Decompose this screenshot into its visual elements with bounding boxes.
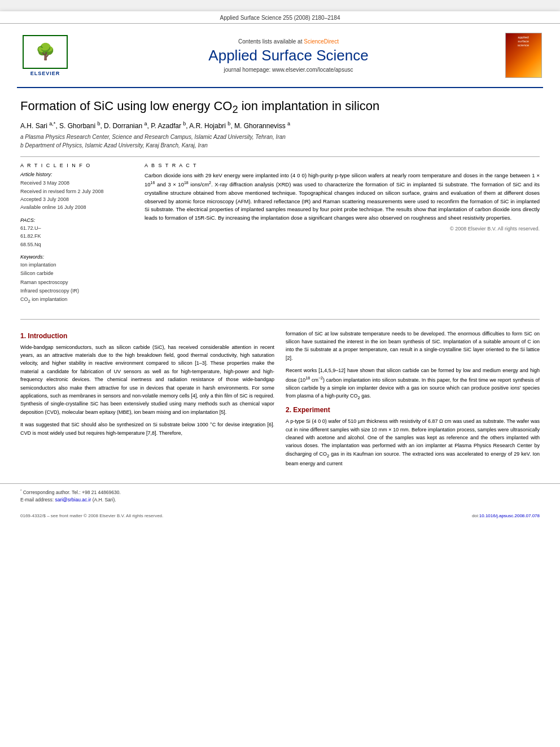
journal-header: 🌳 ELSEVIER Contents lists available at S… [0, 24, 560, 88]
experiment-paragraph-1: A p-type Si (4 0 0) wafer of 510 µm thic… [286, 417, 540, 468]
intro-paragraph-1: Wide-bandgap semiconductors, such as sil… [20, 343, 274, 417]
section2-title: 2. Experiment [286, 406, 540, 414]
email-author-name: (A.H. Sari). [93, 497, 116, 503]
main-body-columns: 1. Introduction Wide-bandgap semiconduct… [20, 330, 540, 472]
keyword-3: Raman spectroscopy [20, 278, 133, 287]
cover-box: appliedsurfacescience [505, 33, 542, 78]
article-history-block: Article history: Received 3 May 2008 Rec… [20, 172, 133, 212]
received-revised-date: Received in revised form 2 July 2008 [20, 187, 133, 195]
authors-text: A.H. Sari a,*, S. Ghorbani b, D. Dorrani… [20, 122, 290, 130]
pacs-code-2: 61.82.FK [20, 232, 133, 240]
page: Applied Surface Science 255 (2008) 2180–… [0, 11, 560, 747]
authors-line: A.H. Sari a,*, S. Ghorbani b, D. Dorrani… [20, 121, 540, 130]
affiliation-a: a Plasma Physics Research Center, Scienc… [20, 133, 540, 141]
journal-title-header: Applied Surface Science [208, 47, 368, 64]
keywords-label: Keywords: [20, 254, 133, 260]
article-info-abstract-section: A R T I C L E I N F O Article history: R… [20, 163, 540, 311]
affiliation-b: b Department of Physics, Islamic Azad Un… [20, 141, 540, 150]
sciencedirect-line: Contents lists available at ScienceDirec… [238, 38, 339, 45]
footer-doi: doi:10.1016/j.apsusc.2008.07.078 [472, 513, 540, 518]
section1-title: 1. Introduction [20, 332, 274, 340]
right-paragraph-1: formation of SiC at low substrate temper… [286, 330, 540, 362]
abstract-heading: A B S T R A C T [145, 163, 540, 168]
article-history-label: Article history: [20, 172, 133, 177]
doi-link[interactable]: 10.1016/j.apsusc.2008.07.078 [479, 513, 540, 518]
abstract-column: A B S T R A C T Carbon dioxide ions with… [145, 163, 540, 311]
pacs-code-1: 61.72.U– [20, 224, 133, 232]
pacs-block: PACS: 61.72.U– 61.82.FK 68.55.Nq [20, 217, 133, 248]
article-body: Formation of SiC using low energy CO2 io… [0, 98, 560, 472]
cover-text: appliedsurfacescience [518, 36, 529, 48]
header-content: 🌳 ELSEVIER Contents lists available at S… [17, 28, 543, 88]
copyright-line: © 2008 Elsevier B.V. All rights reserved… [145, 226, 540, 231]
journal-top-bar: Applied Surface Science 255 (2008) 2180–… [0, 11, 560, 24]
available-online-date: Available online 16 July 2008 [20, 203, 133, 211]
received-date: Received 3 May 2008 [20, 179, 133, 187]
footer-area: * Corresponding author. Tel.: +98 21 448… [0, 483, 560, 509]
email-address[interactable]: sari@srbiau.ac.ir [55, 497, 91, 503]
footer-issn: 0169-4332/$ – see front matter © 2008 El… [20, 513, 163, 518]
main-right-column: formation of SiC at low substrate temper… [286, 330, 540, 472]
journal-center: Contents lists available at ScienceDirec… [79, 28, 498, 82]
elsevier-label: ELSEVIER [30, 71, 60, 76]
elsevier-logo-block: 🌳 ELSEVIER [17, 28, 79, 82]
affiliations: a Plasma Physics Research Center, Scienc… [20, 133, 540, 150]
journal-homepage-line: journal homepage: www.elsevier.com/locat… [224, 67, 353, 73]
footer-bar: 0169-4332/$ – see front matter © 2008 El… [0, 513, 560, 518]
article-info-column: A R T I C L E I N F O Article history: R… [20, 163, 133, 311]
divider [20, 156, 540, 157]
footnote-corresponding-author: * Corresponding author. Tel.: +98 21 448… [20, 488, 540, 496]
journal-cover-image: appliedsurfacescience [498, 28, 543, 82]
journal-top-text: Applied Surface Science 255 (2008) 2180–… [220, 15, 340, 21]
sciencedirect-link[interactable]: ScienceDirect [304, 38, 339, 45]
logo-box: 🌳 [23, 35, 68, 69]
pacs-code-3: 68.55.Nq [20, 241, 133, 248]
pacs-label: PACS: [20, 217, 133, 223]
keyword-1: Ion implantation [20, 261, 133, 269]
article-title: Formation of SiC using low energy CO2 io… [20, 98, 540, 116]
abstract-text: Carbon dioxide ions with 29 keV energy w… [145, 172, 540, 222]
email-label: E-mail address: [20, 497, 55, 503]
accepted-date: Accepted 3 July 2008 [20, 195, 133, 203]
keyword-4: Infrared spectroscopy (IR) [20, 287, 133, 295]
right-paragraph-2: Recent works [1,4,5,9–12] have shown tha… [286, 366, 540, 401]
keyword-5: CO2 ion implantation [20, 295, 133, 305]
article-title-text: Formation of SiC using low energy CO2 io… [20, 99, 379, 113]
homepage-label: journal homepage: www.elsevier.com/locat… [224, 67, 353, 73]
contents-list-text: Contents lists available at [238, 38, 302, 45]
footnote-email: E-mail address: sari@srbiau.ac.ir (A.H. … [20, 496, 540, 504]
keyword-2: Silicon carbide [20, 269, 133, 278]
main-left-column: 1. Introduction Wide-bandgap semiconduct… [20, 330, 274, 472]
tree-icon: 🌳 [36, 42, 55, 61]
article-info-heading: A R T I C L E I N F O [20, 163, 133, 168]
doi-label: doi: [472, 513, 479, 518]
intro-paragraph-2: It was suggested that SiC should also be… [20, 421, 274, 437]
divider2 [20, 319, 540, 320]
keywords-block: Keywords: Ion implantation Silicon carbi… [20, 254, 133, 305]
